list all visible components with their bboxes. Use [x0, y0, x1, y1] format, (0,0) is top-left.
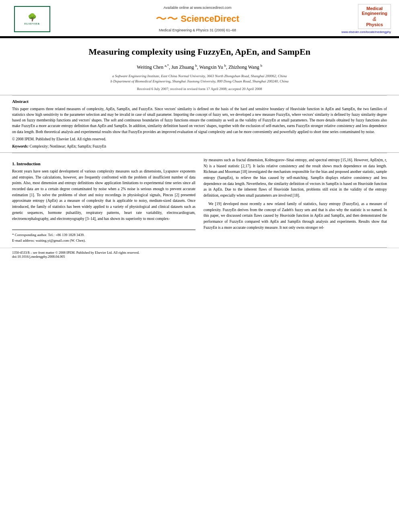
- abstract-copyright: © 2008 IPEM. Published by Elsevier Ltd. …: [12, 137, 387, 141]
- col-right: ity measures such as fractal dimension, …: [204, 157, 387, 243]
- footnotes-area: * Corresponding author. Tel.: +86 139 18…: [12, 230, 195, 243]
- intro-para1: Recent years have seen rapid development…: [12, 168, 195, 222]
- footnote-corresponding: * Corresponding author. Tel.: +86 139 18…: [12, 232, 195, 238]
- sd-wave-icon: 〜〜: [156, 11, 178, 27]
- section1-heading: 1. Introduction: [12, 161, 195, 166]
- two-col-body: 1. Introduction Recent years have seen r…: [0, 153, 399, 247]
- page: 🌳 ELSEVIER Available online at www.scien…: [0, 0, 399, 532]
- elsevier-tree-icon: 🌳: [28, 13, 37, 22]
- journal-logo-line1: Medical: [362, 6, 387, 11]
- authors-line: Weiting Chen a,*, Jun Zhuang b, Wangxin …: [24, 64, 375, 70]
- sciencedirect-logo: 〜〜 ScienceDirect: [156, 11, 239, 27]
- keywords-values: Complexity; Nonlinear; ApEn; SampEn; Fuz…: [30, 144, 107, 148]
- elsevier-logo-area: 🌳 ELSEVIER: [8, 6, 56, 32]
- footer-doi: doi:10.1016/j.medengphy.2008.04.005: [12, 255, 140, 259]
- abstract-heading: Abstract: [12, 99, 387, 104]
- keywords-line: Keywords: Complexity; Nonlinear; ApEn; S…: [12, 144, 387, 148]
- journal-header: 🌳 ELSEVIER Available online at www.scien…: [0, 0, 399, 37]
- footer-left: 1350-4533/$ – see front matter © 2008 IP…: [12, 251, 140, 259]
- sciencedirect-label: ScienceDirect: [181, 14, 239, 24]
- elsevier-label: ELSEVIER: [25, 23, 40, 25]
- article-title: Measuring complexity using FuzzyEn, ApEn…: [24, 46, 375, 58]
- footnote-email: E-mail address: waiting.yi@gmail.com (W.…: [12, 238, 195, 244]
- journal-logo-area: Medical Engineering & Physics www.elsevi…: [339, 4, 391, 34]
- journal-logo-box: Medical Engineering & Physics: [358, 4, 391, 29]
- abstract-section: Abstract This paper compares three relat…: [0, 96, 399, 153]
- title-section: Measuring complexity using FuzzyEn, ApEn…: [0, 38, 399, 95]
- affiliation-b: b Department of Biomedical Engineering, …: [24, 79, 375, 84]
- available-online-text: Available online at www.sciencedirect.co…: [164, 6, 232, 10]
- journal-url: www.elsevier.com/locate/medengphy: [341, 30, 391, 34]
- journal-logo-line3: Physics: [362, 22, 387, 27]
- footer-area: 1350-4533/$ – see front matter © 2008 IP…: [0, 248, 399, 260]
- intro-para3: We [19] developed most recently a new re…: [204, 201, 387, 231]
- keywords-label: Keywords:: [12, 144, 29, 148]
- affiliations: a Software Engineering Institute, East C…: [24, 74, 375, 84]
- received-dates: Received 6 July 2007; received in revise…: [24, 87, 375, 91]
- section1-right-text: ity measures such as fractal dimension, …: [204, 157, 387, 231]
- sciencedirect-area: Available online at www.sciencedirect.co…: [56, 6, 339, 32]
- journal-logo-line2: Engineering: [362, 11, 387, 16]
- col-left: 1. Introduction Recent years have seen r…: [12, 157, 195, 243]
- section1-left-text: Recent years have seen rapid development…: [12, 168, 195, 222]
- journal-logo-amp: &: [373, 16, 376, 22]
- affiliation-a: a Software Engineering Institute, East C…: [24, 74, 375, 79]
- journal-citation: Medical Engineering & Physics 31 (2009) …: [159, 28, 236, 32]
- intro-para2: ity measures such as fractal dimension, …: [204, 157, 387, 199]
- elsevier-box: 🌳 ELSEVIER: [14, 6, 50, 32]
- abstract-text: This paper compares three related measur…: [12, 106, 387, 135]
- footer-issn: 1350-4533/$ – see front matter © 2008 IP…: [12, 251, 140, 255]
